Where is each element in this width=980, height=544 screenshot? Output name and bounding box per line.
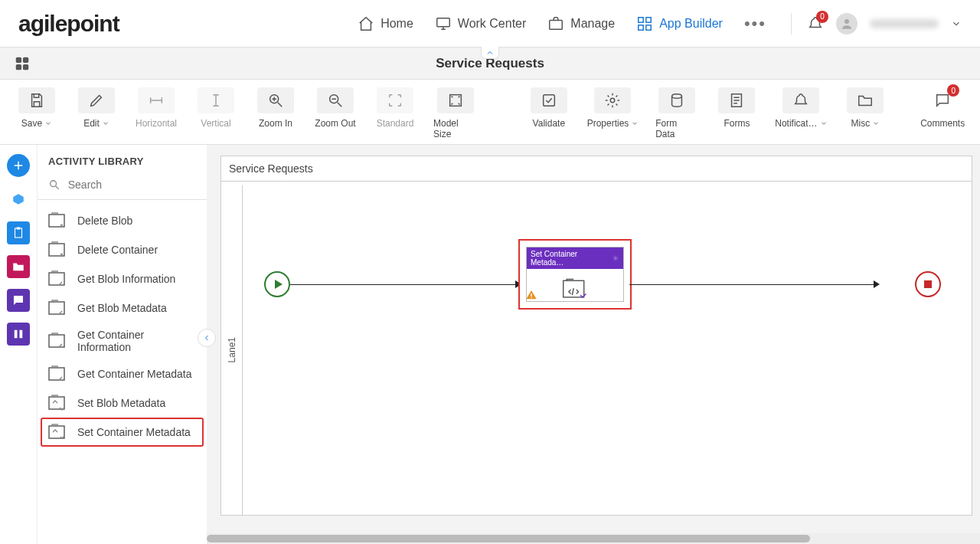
validate-button[interactable]: Validate <box>528 87 570 129</box>
nav-home[interactable]: Home <box>358 15 413 32</box>
nav-manage-label: Manage <box>570 17 615 31</box>
standard-button: Standard <box>374 87 416 129</box>
activity-label: Delete Blob <box>77 215 132 227</box>
chevron-down-icon[interactable] <box>951 18 962 29</box>
collapse-header-button[interactable] <box>481 47 499 59</box>
save-button[interactable]: Save <box>15 87 58 129</box>
apps-icon[interactable] <box>14 55 31 72</box>
activity-library-panel: ACTIVITY LIBRARY Delete Blob Delete Cont… <box>37 145 207 544</box>
nav-work-center[interactable]: Work Center <box>435 15 527 32</box>
form-data-button[interactable]: Form Data <box>655 87 698 139</box>
activity-icon <box>48 333 68 349</box>
activity-item-get-container-info[interactable]: Get Container Information <box>41 323 204 359</box>
expand-icon <box>447 92 464 109</box>
svg-rect-2 <box>639 17 643 21</box>
model-size-button[interactable]: Model Size <box>433 87 479 139</box>
end-node[interactable] <box>915 271 941 297</box>
svg-rect-21 <box>15 330 18 339</box>
svg-rect-20 <box>17 228 21 230</box>
align-horizontal-icon <box>148 92 165 109</box>
lane-label: Lane1 <box>227 337 237 362</box>
activity-icon <box>48 212 68 229</box>
chevron-down-icon <box>631 120 639 127</box>
svg-point-6 <box>844 19 849 24</box>
arrow-icon <box>874 280 880 288</box>
main: ACTIVITY LIBRARY Delete Blob Delete Cont… <box>0 145 980 544</box>
nav-app-builder[interactable]: App Builder <box>636 15 723 32</box>
top-nav-right: 0 <box>791 13 962 34</box>
lane-header[interactable]: Lane1 <box>221 185 243 515</box>
chevron-down-icon <box>820 120 828 127</box>
comments-button[interactable]: 0 Comments <box>920 87 965 129</box>
edit-button[interactable]: Edit <box>75 87 118 129</box>
notifications-button-tool[interactable]: Notificat… <box>775 87 827 129</box>
zoom-in-button[interactable]: Zoom In <box>254 87 297 129</box>
rail-folder-icon[interactable] <box>7 255 30 278</box>
activity-item-delete-blob[interactable]: Delete Blob <box>41 206 204 235</box>
chevron-down-icon <box>102 120 109 127</box>
svg-rect-10 <box>23 64 28 70</box>
activity-node-set-container-metadata[interactable]: Set Container Metada… <box>518 239 632 310</box>
database-icon <box>668 92 685 109</box>
activity-icon <box>48 270 68 287</box>
canvas-area: Service Requests Lane1 Set Container Met… <box>207 145 980 544</box>
svg-rect-9 <box>16 64 21 70</box>
rail-process-icon[interactable] <box>7 188 30 211</box>
connector[interactable] <box>629 284 874 285</box>
top-nav: agilepoint Home Work Center Manage App B… <box>0 0 980 48</box>
activity-item-get-blob-metadata[interactable]: Get Blob Metadata <box>41 293 204 323</box>
activity-icon <box>48 365 68 382</box>
process-canvas[interactable]: Service Requests Lane1 Set Container Met… <box>220 156 972 516</box>
search-input[interactable] <box>67 178 196 192</box>
nav-manage[interactable]: Manage <box>547 15 615 32</box>
svg-point-23 <box>51 181 57 187</box>
zoom-out-button[interactable]: Zoom Out <box>314 87 357 129</box>
username <box>870 19 939 28</box>
activity-item-set-container-metadata[interactable]: Set Container Metadata <box>41 418 204 447</box>
notifications-button[interactable]: 0 <box>807 15 824 32</box>
svg-rect-22 <box>20 330 23 339</box>
rail-chat-icon[interactable] <box>7 289 30 312</box>
svg-rect-26 <box>49 273 64 285</box>
properties-button[interactable]: Properties <box>587 87 639 129</box>
misc-label: Misc <box>851 118 871 129</box>
rail-clipboard-icon[interactable] <box>7 221 30 244</box>
start-node[interactable] <box>264 271 290 297</box>
bell-icon <box>792 92 809 109</box>
add-button[interactable] <box>7 154 30 177</box>
frame-icon <box>387 92 403 109</box>
gear-icon[interactable] <box>612 254 619 262</box>
collapse-sidebar-button[interactable] <box>198 329 216 347</box>
scrollbar-thumb[interactable] <box>207 535 810 542</box>
activity-item-set-blob-metadata[interactable]: Set Blob Metadata <box>41 388 204 418</box>
svg-rect-29 <box>49 368 64 380</box>
svg-point-16 <box>672 94 682 99</box>
svg-point-32 <box>615 257 616 259</box>
sidebar-title: ACTIVITY LIBRARY <box>38 145 207 175</box>
more-menu[interactable]: ••• <box>744 14 766 34</box>
avatar[interactable] <box>836 13 858 34</box>
horizontal-button: Horizontal <box>135 87 178 129</box>
misc-button[interactable]: Misc <box>844 87 887 129</box>
svg-rect-5 <box>646 25 651 29</box>
svg-rect-19 <box>15 228 22 238</box>
activity-item-get-container-metadata[interactable]: Get Container Metadata <box>41 359 204 388</box>
vertical-button: Vertical <box>194 87 237 129</box>
align-vertical-icon <box>207 92 224 109</box>
save-icon <box>28 92 45 109</box>
form-data-label: Form Data <box>655 118 698 139</box>
flow-area[interactable]: Set Container Metada… <box>243 185 972 515</box>
activity-label: Set Blob Metadata <box>77 397 165 409</box>
activity-item-get-blob-info[interactable]: Get Blob Information <box>41 264 204 293</box>
connector[interactable] <box>290 284 517 285</box>
forms-button[interactable]: Forms <box>715 87 758 129</box>
rail-columns-icon[interactable] <box>7 323 30 346</box>
activity-icon <box>48 241 68 258</box>
activity-item-delete-container[interactable]: Delete Container <box>41 235 204 264</box>
gear-icon <box>604 92 621 109</box>
activity-label: Get Blob Metadata <box>77 302 167 314</box>
zoom-out-icon <box>327 92 344 109</box>
horizontal-scrollbar[interactable] <box>207 533 980 544</box>
logo: agilepoint <box>18 11 119 37</box>
notification-badge: 0 <box>816 11 828 23</box>
